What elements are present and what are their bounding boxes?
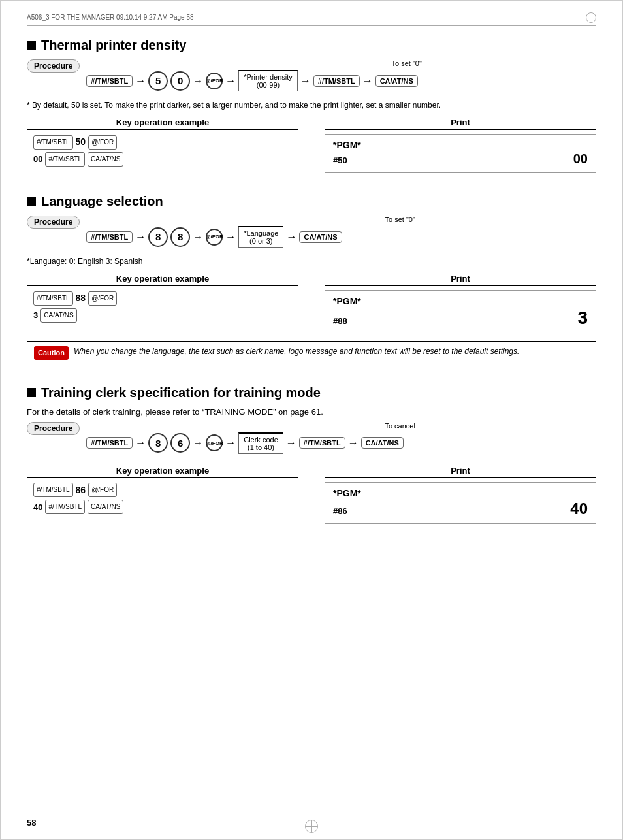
page: A506_3 FOR THE MANAGER 09.10.14 9:27 AM … bbox=[0, 0, 623, 840]
key-tmsbtl-3: #/TM/SBTL bbox=[86, 231, 133, 243]
caution-text: When you change the language, the text s… bbox=[74, 346, 519, 357]
section2-two-col: Key operation example #/TM/SBTL 88 @/FOR… bbox=[27, 274, 596, 334]
sk-tmsbtl-4: #/TM/SBTL bbox=[33, 483, 73, 497]
key-tmsbtl-5: #/TM/SBTL bbox=[299, 437, 345, 449]
arrow14: → bbox=[348, 437, 359, 449]
section2-flow-wrapper: Procedure To set "0" #/TM/SBTL → 8 8 → @… bbox=[27, 216, 596, 253]
section1-flow-wrapper: Procedure To set "0" #/TM/SBTL → 5 0 → @… bbox=[27, 59, 596, 97]
section1-key-op-area: #/TM/SBTL 50 @/FOR 00 #/TM/SBTL CA/AT/NS bbox=[27, 134, 298, 167]
arrow2: → bbox=[193, 75, 203, 87]
section3-print-row1: *PGM* bbox=[333, 488, 588, 498]
key-tmsbtl-1: #/TM/SBTL bbox=[86, 75, 133, 87]
key-for-2: @/FOR bbox=[206, 229, 223, 246]
sk-for-2: @/FOR bbox=[88, 291, 117, 306]
arrow1: → bbox=[135, 75, 146, 87]
section3-print-area: *PGM* #86 40 bbox=[325, 482, 596, 524]
section2-title-text: Language selection bbox=[41, 194, 163, 209]
header-circle bbox=[586, 12, 596, 23]
sk-caatns-1: CA/AT/NS bbox=[88, 152, 123, 167]
sk-tmsbtl-3: #/TM/SBTL bbox=[33, 291, 73, 306]
num-88: 88 bbox=[76, 290, 86, 306]
section1-note: * By default, 50 is set. To make the pri… bbox=[27, 99, 596, 111]
section1-hash: #50 bbox=[333, 155, 347, 165]
arrow11: → bbox=[193, 437, 203, 449]
section-thermal-printer-density: Thermal printer density Procedure To set… bbox=[27, 38, 596, 173]
section1-flow-row: #/TM/SBTL → 5 0 → @/FOR → *Printer densi… bbox=[86, 70, 596, 91]
sk-tmsbtl-2: #/TM/SBTL bbox=[45, 152, 85, 167]
section-training-clerk: Training clerk specification for trainin… bbox=[27, 385, 596, 524]
key-8b: 8 bbox=[170, 227, 190, 247]
arrow8: → bbox=[225, 231, 236, 243]
key-op-line-6: 40 #/TM/SBTL CA/AT/NS bbox=[33, 500, 298, 515]
section3-print-label: Print bbox=[325, 466, 596, 478]
key-8c: 8 bbox=[148, 433, 168, 453]
arrow4: → bbox=[300, 75, 311, 87]
section2-procedure-box: Procedure bbox=[27, 216, 80, 229]
section3-title-text: Training clerk specification for trainin… bbox=[41, 385, 321, 400]
section1-print-col: Print *PGM* #50 00 bbox=[325, 118, 596, 173]
section3-procedure-box: Procedure bbox=[27, 422, 80, 435]
section1-procedure-box: Procedure bbox=[27, 59, 80, 73]
section1-print-row2: #50 00 bbox=[333, 152, 588, 167]
section2-print-label: Print bbox=[325, 274, 596, 286]
section3-hash: #86 bbox=[333, 506, 347, 516]
section1-print-label: Print bbox=[325, 118, 596, 130]
caution-label: Caution bbox=[34, 346, 69, 360]
num-3: 3 bbox=[33, 308, 38, 323]
arrow5: → bbox=[362, 75, 373, 87]
section2-print-row1: *PGM* bbox=[333, 296, 588, 306]
key-for-1: @/FOR bbox=[206, 73, 223, 89]
section2-key-op-col: Key operation example #/TM/SBTL 88 @/FOR… bbox=[27, 274, 298, 334]
section3-two-col: Key operation example #/TM/SBTL 86 @/FOR… bbox=[27, 466, 596, 524]
section3-key-op-label: Key operation example bbox=[27, 466, 298, 478]
key-op-line-1: #/TM/SBTL 50 @/FOR bbox=[33, 134, 298, 150]
key-5: 5 bbox=[148, 71, 168, 91]
section1-big-num: 00 bbox=[573, 152, 588, 167]
page-header: A506_3 FOR THE MANAGER 09.10.14 9:27 AM … bbox=[27, 14, 596, 26]
sk-tmsbtl-5: #/TM/SBTL bbox=[45, 500, 85, 514]
key-op-line-5: #/TM/SBTL 86 @/FOR bbox=[33, 482, 298, 498]
section2-pgm-star: *PGM* bbox=[333, 296, 361, 306]
clerk-code-box: Clerk code(1 to 40) bbox=[238, 432, 283, 454]
section3-to-cancel-label: To cancel bbox=[204, 422, 596, 430]
arrow9: → bbox=[286, 231, 296, 243]
section3-key-op-area: #/TM/SBTL 86 @/FOR 40 #/TM/SBTL CA/AT/NS bbox=[27, 482, 298, 515]
section1-title: Thermal printer density bbox=[27, 38, 596, 53]
key-op-line-2: 00 #/TM/SBTL CA/AT/NS bbox=[33, 152, 298, 167]
sk-caatns-3: CA/AT/NS bbox=[88, 500, 123, 514]
printer-density-box: *Printer density(00-99) bbox=[238, 70, 298, 91]
key-op-line-3: #/TM/SBTL 88 @/FOR bbox=[33, 290, 298, 306]
section-language-selection: Language selection Procedure To set "0" … bbox=[27, 194, 596, 364]
section3-key-op-col: Key operation example #/TM/SBTL 86 @/FOR… bbox=[27, 466, 298, 524]
section3-flow-wrapper: Procedure To cancel #/TM/SBTL → 8 6 → @/… bbox=[27, 422, 596, 459]
section3-desc: For the details of clerk training, pleas… bbox=[27, 407, 596, 417]
section2-print-row2: #88 3 bbox=[333, 308, 588, 329]
section2-key-op-area: #/TM/SBTL 88 @/FOR 3 CA/AT/NS bbox=[27, 290, 298, 323]
section2-hash: #88 bbox=[333, 316, 347, 326]
key-tmsbtl-4: #/TM/SBTL bbox=[86, 437, 133, 449]
key-0: 0 bbox=[170, 71, 190, 91]
section2-big-num: 3 bbox=[577, 308, 588, 329]
section1-key-op-label: Key operation example bbox=[27, 118, 298, 130]
sk-for-1: @/FOR bbox=[88, 135, 117, 150]
section1-print-area: *PGM* #50 00 bbox=[325, 134, 596, 173]
arrow6: → bbox=[135, 231, 146, 243]
section1-title-text: Thermal printer density bbox=[41, 38, 186, 53]
num-00: 00 bbox=[33, 152, 42, 167]
section3-print-row2: #86 40 bbox=[333, 500, 588, 518]
key-tmsbtl-2: #/TM/SBTL bbox=[313, 75, 360, 87]
key-6: 6 bbox=[170, 433, 190, 453]
section1-pgm-star: *PGM* bbox=[333, 140, 361, 150]
section2-caution-box: Caution When you change the language, th… bbox=[27, 341, 596, 364]
key-8a: 8 bbox=[148, 227, 168, 247]
num-86: 86 bbox=[76, 482, 86, 498]
sk-for-3: @/FOR bbox=[88, 483, 117, 497]
language-box: *Language(0 or 3) bbox=[238, 226, 283, 248]
section3-big-num: 40 bbox=[570, 500, 588, 518]
arrow10: → bbox=[135, 437, 146, 449]
key-caatns-3: CA/AT/NS bbox=[361, 437, 404, 449]
section3-print-col: Print *PGM* #86 40 bbox=[325, 466, 596, 524]
section3-flow-row: #/TM/SBTL → 8 6 → @/FOR → Clerk code(1 t… bbox=[86, 432, 596, 454]
arrow7: → bbox=[193, 231, 203, 243]
section2-to-set-label: To set "0" bbox=[204, 216, 596, 223]
